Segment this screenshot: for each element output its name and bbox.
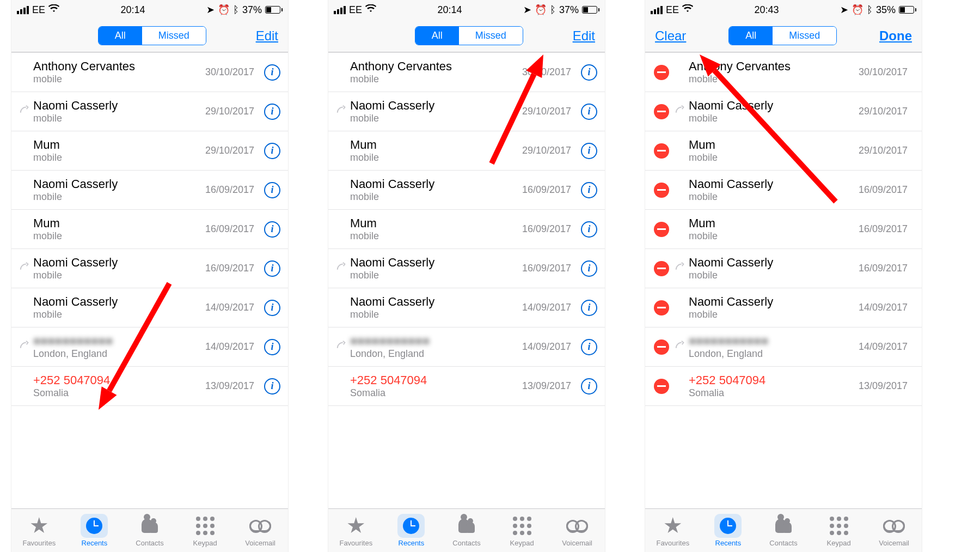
done-button[interactable]: Done [879,28,912,44]
call-row[interactable]: Anthony Cervantesmobile30/10/2017i [11,52,288,92]
tab-contacts[interactable]: Contacts [756,509,811,552]
carrier-label: EE [32,4,45,16]
call-row[interactable]: +252 5047094Somalia13/09/2017i [11,367,288,406]
recents-list[interactable]: Anthony Cervantesmobile30/10/2017iNaomi … [11,52,288,508]
call-row[interactable]: Mummobile16/09/2017i [328,210,605,249]
info-icon[interactable]: i [581,182,597,198]
info-icon[interactable]: i [264,221,280,238]
call-sublabel: London, England [350,348,522,360]
recents-list[interactable]: Anthony Cervantesmobile30/10/2017Naomi C… [645,52,922,508]
call-row[interactable]: Naomi Casserlymobile29/10/2017i [328,92,605,131]
call-row[interactable]: Naomi Casserlymobile16/09/2017i [328,171,605,210]
segment-all[interactable]: All [99,27,142,45]
call-row[interactable]: ■■■■■■■■■■■London, England14/09/2017i [11,327,288,367]
segment-all[interactable]: All [415,27,459,45]
call-row[interactable]: ■■■■■■■■■■■London, England14/09/2017 [645,327,922,367]
call-row[interactable]: Mummobile29/10/2017i [328,131,605,171]
segment-missed[interactable]: Missed [773,27,836,45]
call-row[interactable]: Naomi Casserlymobile14/09/2017i [11,288,288,327]
tab-keypad[interactable]: Keypad [177,509,233,552]
info-icon[interactable]: i [264,64,280,81]
delete-icon[interactable] [654,222,669,237]
tab-favourites[interactable]: Favourites [11,509,67,552]
call-row[interactable]: Naomi Casserlymobile14/09/2017 [645,288,922,327]
delete-icon[interactable] [654,183,669,198]
filter-segmented-control[interactable]: AllMissed [415,26,523,45]
call-sublabel: mobile [350,152,522,163]
tab-voicemail[interactable]: Voicemail [549,509,605,552]
info-icon[interactable]: i [264,104,280,120]
tab-voicemail[interactable]: Voicemail [232,509,288,552]
call-row[interactable]: Naomi Casserlymobile16/09/2017i [328,249,605,288]
info-icon[interactable]: i [581,143,597,159]
call-sublabel: mobile [689,309,859,320]
info-icon[interactable]: i [264,143,280,159]
info-icon[interactable]: i [581,64,597,81]
tab-label: Keypad [827,539,851,547]
call-name: Mum [33,216,205,230]
call-name: Mum [689,138,859,152]
delete-icon[interactable] [654,261,669,276]
filter-segmented-control[interactable]: AllMissed [728,26,837,45]
info-icon[interactable]: i [581,260,597,277]
tab-keypad[interactable]: Keypad [494,509,550,552]
call-row[interactable]: Mummobile29/10/2017i [11,131,288,171]
delete-icon[interactable] [654,143,669,159]
call-sublabel: mobile [33,191,205,203]
tab-favourites[interactable]: Favourites [328,509,384,552]
segment-missed[interactable]: Missed [459,27,523,45]
info-icon[interactable]: i [581,300,597,316]
tab-voicemail[interactable]: Voicemail [866,509,922,552]
info-icon[interactable]: i [264,300,280,316]
call-row[interactable]: Naomi Casserlymobile29/10/2017i [11,92,288,131]
call-row[interactable]: Mummobile16/09/2017i [11,210,288,249]
info-icon[interactable]: i [264,260,280,277]
delete-icon[interactable] [654,379,669,394]
edit-button[interactable]: Edit [573,28,595,44]
tab-contacts[interactable]: Contacts [439,509,494,552]
info-icon[interactable]: i [581,378,597,395]
call-row[interactable]: Mummobile29/10/2017 [645,131,922,171]
tab-recents[interactable]: Recents [701,509,756,552]
info-icon[interactable]: i [264,378,280,395]
call-sublabel: Somalia [33,387,205,399]
call-row[interactable]: +252 5047094Somalia13/09/2017 [645,367,922,406]
tab-recents[interactable]: Recents [384,509,439,552]
recents-list[interactable]: Anthony Cervantesmobile30/10/2017iNaomi … [328,52,605,508]
info-icon[interactable]: i [264,182,280,198]
call-sublabel: mobile [33,152,205,163]
tab-favourites[interactable]: Favourites [645,509,701,552]
status-time: 20:14 [120,4,145,16]
edit-button[interactable]: Edit [256,28,278,44]
call-row[interactable]: ■■■■■■■■■■■London, England14/09/2017i [328,327,605,367]
delete-icon[interactable] [654,300,669,316]
call-row[interactable]: Naomi Casserlymobile16/09/2017 [645,171,922,210]
tab-keypad[interactable]: Keypad [811,509,867,552]
call-row[interactable]: Naomi Casserlymobile16/09/2017i [11,249,288,288]
call-date: 16/09/2017 [859,263,914,274]
tab-recents[interactable]: Recents [67,509,122,552]
call-row[interactable]: Naomi Casserlymobile16/09/2017 [645,249,922,288]
segment-all[interactable]: All [729,27,773,45]
delete-icon[interactable] [654,339,669,355]
call-row[interactable]: +252 5047094Somalia13/09/2017i [328,367,605,406]
call-date: 16/09/2017 [205,223,261,235]
delete-icon[interactable] [654,104,669,119]
call-row[interactable]: Anthony Cervantesmobile30/10/2017 [645,52,922,92]
call-row[interactable]: Anthony Cervantesmobile30/10/2017i [328,52,605,92]
info-icon[interactable]: i [264,339,280,355]
call-row[interactable]: Naomi Casserlymobile14/09/2017i [328,288,605,327]
clear-button[interactable]: Clear [655,28,686,44]
call-sublabel: mobile [33,309,205,320]
call-row[interactable]: Mummobile16/09/2017 [645,210,922,249]
delete-icon[interactable] [654,65,669,80]
nav-bar: ClearAllMissedDone [645,20,922,52]
call-row[interactable]: Naomi Casserlymobile29/10/2017 [645,92,922,131]
info-icon[interactable]: i [581,339,597,355]
info-icon[interactable]: i [581,221,597,238]
info-icon[interactable]: i [581,104,597,120]
call-row[interactable]: Naomi Casserlymobile16/09/2017i [11,171,288,210]
tab-contacts[interactable]: Contacts [122,509,177,552]
filter-segmented-control[interactable]: AllMissed [98,26,206,45]
segment-missed[interactable]: Missed [142,27,206,45]
